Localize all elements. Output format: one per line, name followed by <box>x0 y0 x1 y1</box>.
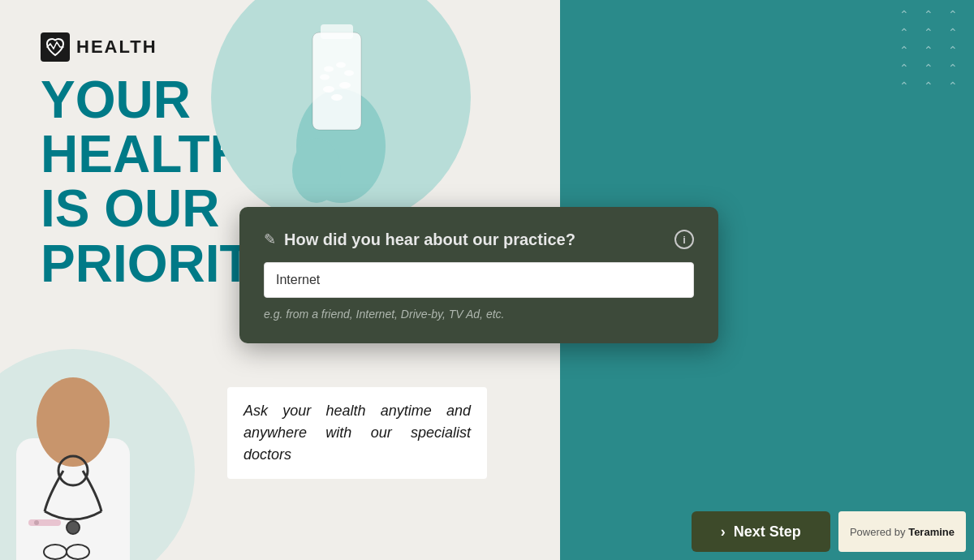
chevron-icon: ⌃ <box>924 26 933 39</box>
info-icon[interactable]: i <box>674 230 694 249</box>
tagline-text: Ask your health anytime and anywhere wit… <box>244 400 471 466</box>
chevron-icon: ⌃ <box>899 80 909 93</box>
heartbeat-icon <box>41 32 70 62</box>
chevron-icon: ⌃ <box>948 62 958 75</box>
chevron-icon: ⌃ <box>948 44 958 57</box>
tagline-box: Ask your health anytime and anywhere wit… <box>227 387 487 479</box>
svg-point-7 <box>331 94 343 101</box>
modal-title: How did you hear about our practice? <box>284 230 575 249</box>
svg-point-8 <box>320 75 330 80</box>
referral-input[interactable] <box>264 262 694 298</box>
powered-by-badge: Powered by Teramine <box>838 511 966 552</box>
svg-point-5 <box>323 86 334 93</box>
chevron-icon: ⌃ <box>948 80 958 93</box>
logo-text: HEALTH <box>76 37 157 58</box>
doctor-illustration <box>0 357 179 560</box>
chevron-row: ⌃ ⌃ ⌃ <box>899 62 958 75</box>
svg-rect-0 <box>41 32 70 62</box>
svg-point-11 <box>324 67 334 72</box>
next-step-button[interactable]: › Next Step <box>692 511 830 552</box>
modal-header: ✎ How did you hear about our practice? i <box>264 230 694 249</box>
svg-point-9 <box>344 71 354 76</box>
logo: HEALTH <box>41 32 157 62</box>
chevron-decorations: ⌃ ⌃ ⌃ ⌃ ⌃ ⌃ ⌃ ⌃ ⌃ ⌃ ⌃ ⌃ ⌃ ⌃ ⌃ <box>899 8 958 93</box>
chevron-icon: ⌃ <box>899 62 909 75</box>
modal-title-group: ✎ How did you hear about our practice? <box>264 230 575 249</box>
medicine-bottle-illustration <box>252 0 430 211</box>
modal-card: ✎ How did you hear about our practice? i… <box>239 207 718 343</box>
svg-point-6 <box>339 82 351 88</box>
edit-icon: ✎ <box>264 230 276 248</box>
svg-point-13 <box>37 377 110 467</box>
bottom-bar: › Next Step Powered by Teramine <box>560 503 974 560</box>
chevron-icon: ⌃ <box>924 62 933 75</box>
next-step-label: Next Step <box>734 523 801 541</box>
chevron-icon: ⌃ <box>899 8 909 21</box>
chevron-row: ⌃ ⌃ ⌃ <box>899 26 958 39</box>
svg-point-17 <box>34 520 39 525</box>
chevron-row: ⌃ ⌃ ⌃ <box>899 80 958 93</box>
modal-hint: e.g. from a friend, Internet, Drive-by, … <box>264 308 694 321</box>
svg-point-15 <box>67 521 80 534</box>
chevron-icon: ⌃ <box>948 26 958 39</box>
svg-rect-4 <box>321 24 353 39</box>
chevron-row: ⌃ ⌃ ⌃ <box>899 8 958 21</box>
powered-by-brand: Teramine <box>908 526 955 538</box>
svg-point-10 <box>336 62 346 68</box>
powered-by-prefix: Powered by <box>850 526 906 538</box>
chevron-icon: ⌃ <box>924 8 933 21</box>
chevron-row: ⌃ ⌃ ⌃ <box>899 44 958 57</box>
chevron-icon: ⌃ <box>899 26 909 39</box>
chevron-icon: ⌃ <box>924 80 933 93</box>
chevron-icon: ⌃ <box>948 8 958 21</box>
svg-point-2 <box>292 138 341 203</box>
arrow-icon: › <box>721 523 726 541</box>
svg-rect-16 <box>28 519 61 526</box>
svg-rect-3 <box>312 32 361 130</box>
chevron-icon: ⌃ <box>924 44 933 57</box>
chevron-icon: ⌃ <box>899 44 909 57</box>
doctor-circle <box>0 349 195 560</box>
